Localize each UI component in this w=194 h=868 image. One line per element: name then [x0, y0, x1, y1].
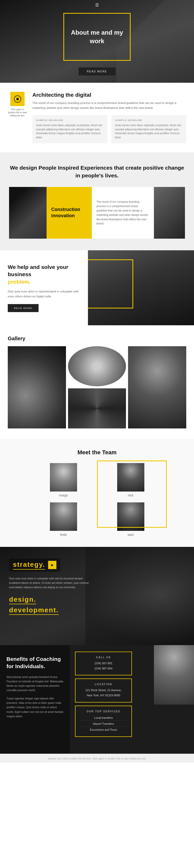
development-link[interactable]: development.	[9, 606, 185, 614]
benefits-text-1: Sed pulvinar proin gravida hendrerit lec…	[6, 675, 63, 693]
gallery-section: Gallery	[0, 325, 194, 439]
construction-left-image	[9, 187, 46, 239]
hamburger-menu[interactable]: ☰	[95, 3, 99, 7]
team-member-nick: nick	[100, 463, 162, 497]
services-label: OUR TOP SERVICES	[80, 710, 127, 713]
construction-right-image	[154, 187, 185, 239]
about-content: Architecting the digital The result of o…	[32, 92, 186, 143]
business-read-more-button[interactable]: READ MORE	[8, 304, 38, 312]
construction-description: The result of our company branding proce…	[92, 187, 154, 239]
nick-photo	[117, 463, 144, 492]
margo-photo	[50, 463, 77, 492]
click-hint-text: Click again or double click to start edi…	[8, 108, 27, 117]
about-description: The result of our company branding proce…	[32, 100, 186, 111]
gallery-title: Gallery	[8, 336, 186, 342]
gallery-item-1	[8, 346, 66, 429]
strategy-button-area[interactable]: strategy. ▶	[9, 558, 60, 572]
strategy-text: Duis aute irure dolor in voluptate velit…	[9, 576, 92, 590]
business-desc: Duis aute irure dolor in reprehenderit i…	[8, 289, 80, 299]
sample-text-1: Justo donec enim diam vulputate ut phare…	[36, 123, 104, 140]
location-city: New York, NY 92103-9000	[80, 693, 127, 698]
footer-note-text: Sample text. Click to select the text bo…	[48, 757, 146, 760]
business-section: We help and solve your business problem.…	[0, 250, 194, 325]
benefits-section: Benefits of Coaching for Individuals. Se…	[0, 645, 194, 754]
location-label: LOCATION	[80, 683, 127, 686]
sample-col-2: SAMPLE HEADLINE Justo donec enim diam vu…	[111, 115, 186, 143]
about-title: Architecting the digital	[32, 92, 186, 98]
construction-desc-text: The result of our company branding proce…	[96, 199, 149, 226]
benefits-text-2: Turpis egestas integer eget aliquet nibh…	[6, 696, 63, 719]
footer-note: Sample text. Click to select the text bo…	[0, 754, 194, 763]
hero-title: About me and my work	[64, 25, 130, 49]
sample-col-1: SAMPLE HEADLINE Justo donec enim diam vu…	[32, 115, 107, 143]
business-title: We help and solve your business problem.	[8, 264, 80, 285]
service-item-2: Airport Transfers	[80, 721, 127, 727]
strategy-section: strategy. ▶ Duis aute irure dolor in vol…	[0, 547, 194, 645]
linda-photo	[50, 502, 77, 531]
design-label: design.	[9, 595, 36, 604]
benefits-left: Benefits of Coaching for Individuals. Se…	[0, 645, 70, 754]
service-item-3: Excursions and Tours	[80, 727, 127, 733]
construction-yellow-box: Construction innovation	[46, 187, 92, 239]
service-item-1: Local transfers	[80, 715, 127, 721]
paul-name: paul	[128, 533, 134, 536]
nick-name: nick	[128, 494, 133, 497]
gallery-item-4	[68, 389, 126, 429]
development-label: development.	[9, 606, 59, 615]
gallery-grid	[8, 346, 186, 429]
hero-read-more-button[interactable]: READ MORE	[78, 67, 116, 75]
contact-call-box: CALL US (234) 567-891 (234) 987-654	[75, 652, 132, 676]
margo-name: margo	[59, 494, 68, 497]
sample-columns: SAMPLE HEADLINE Justo donec enim diam vu…	[32, 115, 186, 143]
call-us-label: CALL US	[80, 656, 127, 659]
location-address: 121 Rock Street, 21 Avenue,	[80, 688, 127, 693]
team-section: Meet the Team margo nick linda paul	[0, 439, 194, 547]
benefits-right: CALL US (234) 567-891 (234) 987-654 LOCA…	[70, 645, 194, 754]
team-member-margo: margo	[32, 463, 94, 497]
business-highlight: problem.	[8, 279, 31, 285]
about-section: Click again or double click to start edi…	[0, 83, 194, 152]
team-member-paul: paul	[100, 502, 162, 536]
construction-row: Construction innovation The result of ou…	[9, 187, 185, 239]
phone-2: (234) 987-654	[80, 666, 127, 671]
design-title: We design People Inspired Experiences th…	[9, 164, 185, 180]
about-icon-box	[10, 92, 25, 106]
sample-text-2: Justo donec enim diam vulputate ut phare…	[115, 123, 183, 140]
sample-headline-1: SAMPLE HEADLINE	[36, 119, 104, 122]
business-left: We help and solve your business problem.…	[0, 250, 88, 325]
hero-border-box: About me and my work	[63, 13, 131, 61]
sample-headline-2: SAMPLE HEADLINE	[115, 119, 183, 122]
phone-1: (234) 567-891	[80, 661, 127, 666]
gear-icon	[14, 95, 21, 103]
hero-section: ☰ About me and my work READ MORE	[0, 0, 194, 83]
contact-location-box: LOCATION 121 Rock Street, 21 Avenue, New…	[75, 679, 132, 703]
design-section: We design People Inspired Experiences th…	[0, 152, 194, 250]
construction-label: Construction innovation	[51, 207, 87, 219]
strategy-label: strategy.	[13, 561, 45, 569]
gallery-item-2	[68, 346, 126, 386]
design-link[interactable]: design.	[9, 595, 185, 603]
benefits-title: Benefits of Coaching for Individuals.	[6, 655, 63, 670]
team-member-linda: linda	[32, 502, 94, 536]
paul-photo	[117, 502, 144, 531]
about-icon-area: Click again or double click to start edi…	[8, 92, 27, 117]
linda-name: linda	[60, 533, 66, 536]
play-button[interactable]: ▶	[48, 561, 56, 569]
business-right	[88, 250, 194, 325]
team-title: Meet the Team	[8, 449, 186, 456]
benefits-photo	[154, 645, 194, 705]
contact-services-box: OUR TOP SERVICES Local transfers Airport…	[75, 706, 132, 737]
gallery-item-3	[128, 346, 186, 429]
team-grid: margo nick linda paul	[32, 463, 162, 536]
